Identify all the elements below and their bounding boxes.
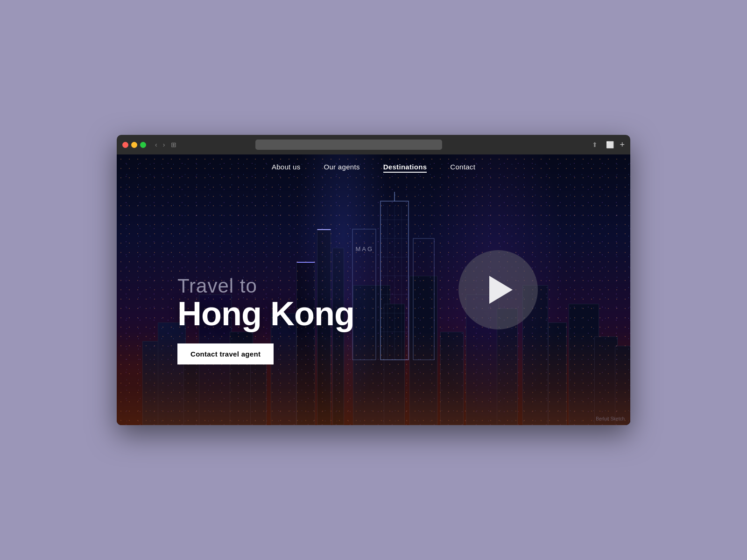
hero-title: Hong Kong	[177, 297, 354, 330]
play-icon	[489, 276, 513, 304]
browser-nav-buttons: ‹ › ⊞	[153, 140, 179, 149]
hero-content: Travel to Hong Kong Contact travel agent	[177, 275, 354, 364]
back-button[interactable]: ‹	[153, 140, 160, 149]
minimize-button[interactable]	[131, 142, 137, 148]
nav-item-destinations[interactable]: Destinations	[383, 163, 427, 171]
close-button[interactable]	[122, 142, 128, 148]
browser-actions: ⬆ ⬜ +	[589, 140, 625, 150]
forward-button[interactable]: ›	[161, 140, 168, 149]
maximize-button[interactable]	[140, 142, 146, 148]
traffic-lights	[122, 142, 146, 148]
mag-label: MAG	[356, 245, 374, 252]
nav-link-contact[interactable]: Contact	[450, 163, 475, 171]
nav-item-agents[interactable]: Our agents	[324, 163, 359, 171]
main-nav: About us Our agents Destinations Contact	[117, 154, 630, 180]
nav-link-destinations[interactable]: Destinations	[383, 163, 427, 173]
play-button[interactable]	[458, 250, 538, 329]
browser-chrome: ‹ › ⊞ ⬆ ⬜ +	[117, 135, 630, 154]
share-button[interactable]: ⬆	[589, 140, 600, 149]
address-bar[interactable]	[255, 140, 442, 150]
fullscreen-button[interactable]: ⬜	[603, 140, 617, 149]
watermark: Berluit Sketch	[596, 416, 625, 421]
website-container: MAG About us Our agents Destinations Con…	[117, 154, 630, 425]
sidebar-toggle-button[interactable]: ⊞	[168, 140, 179, 149]
nav-item-about[interactable]: About us	[272, 163, 301, 171]
nav-links: About us Our agents Destinations Contact	[272, 163, 475, 171]
add-tab-button[interactable]: +	[620, 140, 625, 150]
nav-link-about[interactable]: About us	[272, 163, 301, 171]
browser-window: ‹ › ⊞ ⬆ ⬜ +	[117, 135, 630, 425]
cta-button[interactable]: Contact travel agent	[177, 343, 274, 364]
hero-subtitle: Travel to	[177, 275, 354, 297]
nav-item-contact[interactable]: Contact	[450, 163, 475, 171]
nav-link-agents[interactable]: Our agents	[324, 163, 359, 171]
